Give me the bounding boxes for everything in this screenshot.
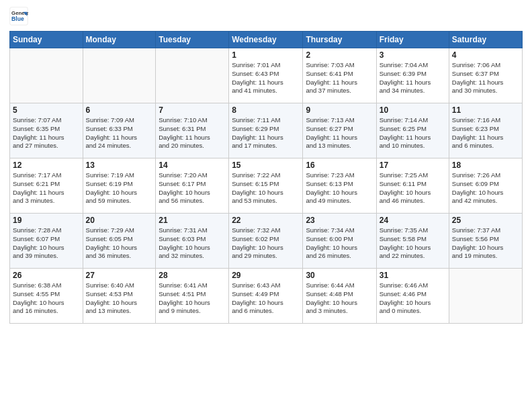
day-number: 20 [86,216,153,225]
week-row-1: 1Sunrise: 7:01 AM Sunset: 6:43 PM Daylig… [10,48,523,103]
day-info: Sunrise: 7:22 AM Sunset: 6:15 PM Dayligh… [232,171,300,205]
day-info: Sunrise: 7:23 AM Sunset: 6:13 PM Dayligh… [306,171,373,205]
day-number: 13 [86,161,153,170]
day-number: 10 [380,105,446,115]
calendar-cell: 1Sunrise: 7:01 AM Sunset: 6:43 PM Daylig… [229,48,303,103]
logo-icon: General Blue [9,7,28,26]
day-info: Sunrise: 7:11 AM Sunset: 6:29 PM Dayligh… [232,116,300,150]
day-info: Sunrise: 7:01 AM Sunset: 6:43 PM Dayligh… [232,61,300,95]
calendar-table: SundayMondayTuesdayWednesdayThursdayFrid… [9,31,523,324]
day-info: Sunrise: 7:13 AM Sunset: 6:27 PM Dayligh… [306,116,373,150]
calendar-cell: 20Sunrise: 7:29 AM Sunset: 6:05 PM Dayli… [83,214,156,269]
calendar-cell: 28Sunrise: 6:41 AM Sunset: 4:51 PM Dayli… [156,269,229,324]
weekday-header-saturday: Saturday [449,32,522,48]
day-number: 30 [306,271,373,280]
day-number: 31 [380,271,446,280]
day-info: Sunrise: 7:32 AM Sunset: 6:02 PM Dayligh… [232,226,300,261]
day-number: 19 [13,216,80,225]
calendar-cell: 22Sunrise: 7:32 AM Sunset: 6:02 PM Dayli… [229,214,303,269]
weekday-header-wednesday: Wednesday [229,32,303,48]
calendar-cell: 9Sunrise: 7:13 AM Sunset: 6:27 PM Daylig… [303,103,376,158]
calendar-cell: 4Sunrise: 7:06 AM Sunset: 6:37 PM Daylig… [449,48,522,103]
day-info: Sunrise: 7:04 AM Sunset: 6:39 PM Dayligh… [380,61,446,95]
day-info: Sunrise: 7:03 AM Sunset: 6:41 PM Dayligh… [306,61,373,95]
calendar-cell: 23Sunrise: 7:34 AM Sunset: 6:00 PM Dayli… [303,214,376,269]
day-info: Sunrise: 6:43 AM Sunset: 4:49 PM Dayligh… [232,281,300,316]
calendar-cell: 10Sunrise: 7:14 AM Sunset: 6:25 PM Dayli… [376,103,449,158]
week-row-2: 5Sunrise: 7:07 AM Sunset: 6:35 PM Daylig… [10,103,523,158]
day-number: 26 [13,271,80,280]
svg-text:Blue: Blue [11,15,24,22]
calendar-cell: 8Sunrise: 7:11 AM Sunset: 6:29 PM Daylig… [229,103,303,158]
weekday-header-monday: Monday [83,32,156,48]
day-number: 12 [13,161,80,170]
day-info: Sunrise: 7:35 AM Sunset: 5:58 PM Dayligh… [380,226,446,261]
calendar-cell: 14Sunrise: 7:20 AM Sunset: 6:17 PM Dayli… [156,158,229,214]
day-number: 22 [232,216,300,225]
day-number: 24 [380,216,446,225]
day-info: Sunrise: 7:34 AM Sunset: 6:00 PM Dayligh… [306,226,373,261]
calendar-cell: 24Sunrise: 7:35 AM Sunset: 5:58 PM Dayli… [376,214,449,269]
day-info: Sunrise: 7:17 AM Sunset: 6:21 PM Dayligh… [13,171,80,205]
calendar-cell [156,48,229,103]
day-info: Sunrise: 7:14 AM Sunset: 6:25 PM Dayligh… [380,116,446,150]
page: General Blue SundayMondayTuesdayWednesda… [0,0,532,411]
day-info: Sunrise: 7:29 AM Sunset: 6:05 PM Dayligh… [86,226,153,261]
week-row-3: 12Sunrise: 7:17 AM Sunset: 6:21 PM Dayli… [10,158,523,214]
calendar-cell: 13Sunrise: 7:19 AM Sunset: 6:19 PM Dayli… [83,158,156,214]
day-number: 9 [306,105,373,115]
day-number: 11 [452,105,519,115]
day-number: 14 [159,161,226,170]
calendar-cell: 26Sunrise: 6:38 AM Sunset: 4:55 PM Dayli… [10,269,83,324]
day-number: 2 [306,50,373,60]
day-info: Sunrise: 6:40 AM Sunset: 4:53 PM Dayligh… [86,281,153,316]
day-info: Sunrise: 7:26 AM Sunset: 6:09 PM Dayligh… [452,171,519,205]
day-info: Sunrise: 7:07 AM Sunset: 6:35 PM Dayligh… [13,116,80,150]
logo: General Blue [9,7,28,26]
weekday-header-row: SundayMondayTuesdayWednesdayThursdayFrid… [10,32,523,48]
day-info: Sunrise: 6:44 AM Sunset: 4:48 PM Dayligh… [306,281,373,316]
day-number: 17 [380,161,446,170]
day-info: Sunrise: 7:06 AM Sunset: 6:37 PM Dayligh… [452,61,519,95]
calendar-cell: 29Sunrise: 6:43 AM Sunset: 4:49 PM Dayli… [229,269,303,324]
calendar-cell: 25Sunrise: 7:37 AM Sunset: 5:56 PM Dayli… [449,214,522,269]
day-info: Sunrise: 7:09 AM Sunset: 6:33 PM Dayligh… [86,116,153,150]
calendar-cell: 6Sunrise: 7:09 AM Sunset: 6:33 PM Daylig… [83,103,156,158]
week-row-5: 26Sunrise: 6:38 AM Sunset: 4:55 PM Dayli… [10,269,523,324]
weekday-header-sunday: Sunday [10,32,83,48]
day-number: 18 [452,161,519,170]
day-number: 25 [452,216,519,225]
day-number: 4 [452,50,519,60]
day-info: Sunrise: 7:20 AM Sunset: 6:17 PM Dayligh… [159,171,226,205]
day-info: Sunrise: 7:37 AM Sunset: 5:56 PM Dayligh… [452,226,519,261]
calendar-cell: 30Sunrise: 6:44 AM Sunset: 4:48 PM Dayli… [303,269,376,324]
day-number: 5 [13,105,80,115]
day-number: 6 [86,105,153,115]
calendar-cell: 11Sunrise: 7:16 AM Sunset: 6:23 PM Dayli… [449,103,522,158]
day-number: 8 [232,105,300,115]
calendar-cell: 2Sunrise: 7:03 AM Sunset: 6:41 PM Daylig… [303,48,376,103]
day-number: 23 [306,216,373,225]
calendar-cell: 21Sunrise: 7:31 AM Sunset: 6:03 PM Dayli… [156,214,229,269]
weekday-header-tuesday: Tuesday [156,32,229,48]
day-number: 16 [306,161,373,170]
day-info: Sunrise: 6:41 AM Sunset: 4:51 PM Dayligh… [159,281,226,316]
calendar-cell: 7Sunrise: 7:10 AM Sunset: 6:31 PM Daylig… [156,103,229,158]
calendar-cell: 17Sunrise: 7:25 AM Sunset: 6:11 PM Dayli… [376,158,449,214]
day-info: Sunrise: 7:28 AM Sunset: 6:07 PM Dayligh… [13,226,80,261]
weekday-header-friday: Friday [376,32,449,48]
day-number: 28 [159,271,226,280]
day-number: 27 [86,271,153,280]
calendar-cell: 27Sunrise: 6:40 AM Sunset: 4:53 PM Dayli… [83,269,156,324]
header: General Blue [9,7,523,26]
calendar-cell: 19Sunrise: 7:28 AM Sunset: 6:07 PM Dayli… [10,214,83,269]
calendar-cell: 15Sunrise: 7:22 AM Sunset: 6:15 PM Dayli… [229,158,303,214]
day-info: Sunrise: 7:25 AM Sunset: 6:11 PM Dayligh… [380,171,446,205]
week-row-4: 19Sunrise: 7:28 AM Sunset: 6:07 PM Dayli… [10,214,523,269]
day-info: Sunrise: 7:16 AM Sunset: 6:23 PM Dayligh… [452,116,519,150]
day-info: Sunrise: 7:10 AM Sunset: 6:31 PM Dayligh… [159,116,226,150]
calendar-cell: 16Sunrise: 7:23 AM Sunset: 6:13 PM Dayli… [303,158,376,214]
calendar-cell: 5Sunrise: 7:07 AM Sunset: 6:35 PM Daylig… [10,103,83,158]
day-number: 7 [159,105,226,115]
day-info: Sunrise: 7:31 AM Sunset: 6:03 PM Dayligh… [159,226,226,261]
